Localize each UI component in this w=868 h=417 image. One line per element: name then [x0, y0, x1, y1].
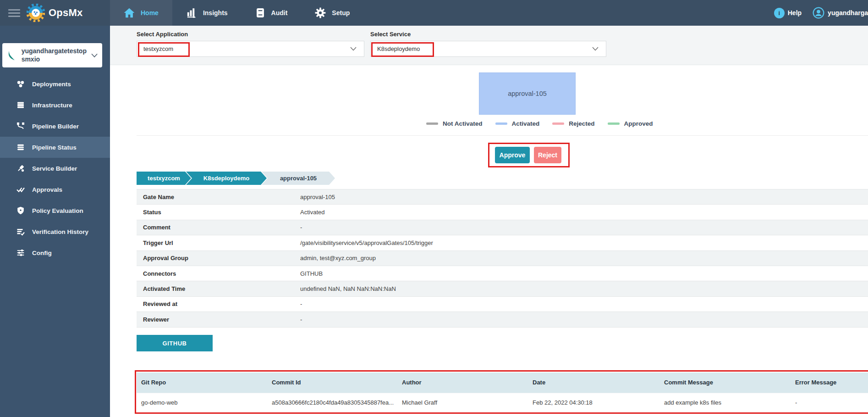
tab-label: Insights	[203, 9, 228, 17]
opsmx-logo: OpsMx	[27, 4, 82, 22]
sidebar-item-label: Service Builder	[32, 165, 77, 172]
legend-swatch	[608, 122, 620, 125]
tab-label: Audit	[271, 9, 288, 17]
table-row: Status Activated	[137, 205, 868, 220]
sidebar-item-label: Pipeline Builder	[32, 123, 79, 130]
table-row: Activated Time undefined NaN, NaN NaN:Na…	[137, 281, 868, 296]
filter-strip: Select Application testxyzcom Select Ser…	[110, 26, 868, 65]
legend-item-approved: Approved	[608, 120, 653, 127]
commit-id-cell: a508a30666fc2180c4fda49a8305345887fea...	[267, 393, 397, 412]
sidebar-item-pipeline-builder[interactable]: Pipeline Builder	[0, 116, 110, 137]
sidebar-item-label: Verification History	[32, 228, 88, 235]
breadcrumb-application[interactable]: testxyzcom	[137, 172, 191, 185]
column-header: Date	[528, 373, 659, 393]
legend-item-not-activated: Not Activated	[426, 120, 483, 127]
sidebar-item-config[interactable]: Config	[0, 242, 110, 263]
sidebar-item-service-builder[interactable]: Service Builder	[0, 158, 110, 179]
table-row: Comment -	[137, 220, 868, 235]
pipeline-status-icon	[16, 143, 25, 151]
legend-swatch	[552, 122, 564, 125]
sidebar-item-infrastructure[interactable]: Infrastructure	[0, 95, 110, 116]
sidebar-item-verification-history[interactable]: Verification History	[0, 221, 110, 242]
sidebar-item-label: Config	[32, 250, 52, 256]
service-select-label: Select Service	[370, 31, 606, 38]
gate-node-approval-105[interactable]: approval-105	[479, 72, 576, 115]
chevron-down-icon	[592, 47, 599, 51]
sidebar-item-label: Approvals	[32, 186, 62, 193]
tab-label: Setup	[332, 9, 350, 17]
legend-swatch	[426, 122, 438, 125]
reject-button[interactable]: Reject	[534, 147, 561, 163]
deployments-icon	[16, 80, 25, 88]
github-connector-tab[interactable]: GITHUB	[137, 335, 213, 351]
top-navbar: OpsMx Home Insights Audit	[0, 0, 868, 26]
date-cell: Feb 22, 2022 04:30:18	[528, 393, 659, 412]
breadcrumb-gate[interactable]: approval-105	[262, 172, 335, 185]
tab-home[interactable]: Home	[110, 0, 172, 26]
gate-details-table: Gate Name approval-105 Status Activated …	[137, 189, 868, 328]
audit-icon	[255, 8, 265, 18]
table-row: Gate Name approval-105	[137, 189, 868, 205]
sidebar-item-label: Deployments	[32, 81, 71, 88]
help-button[interactable]: i Help	[774, 8, 802, 18]
sidebar-item-label: Pipeline Status	[32, 144, 77, 151]
column-header: Error Message	[791, 373, 868, 393]
gate-status-legend: Not Activated Activated Rejected Approve…	[426, 120, 653, 127]
column-header: Commit Id	[267, 373, 397, 393]
user-menu-button[interactable]: yugandharga	[813, 7, 868, 19]
table-row: Trigger Url /gate/visibilityservice/v5/a…	[137, 235, 868, 250]
setup-gear-icon	[315, 7, 326, 18]
account-name: yugandhargatetestop smxio	[22, 47, 87, 63]
legend-item-rejected: Rejected	[552, 120, 594, 127]
approve-button[interactable]: Approve	[495, 147, 530, 163]
verification-history-icon	[16, 228, 25, 236]
application-select-group: Select Application testxyzcom	[137, 31, 364, 65]
chevron-down-icon	[91, 53, 98, 58]
gate-actions: Approve Reject	[495, 147, 561, 163]
column-header: Author	[397, 373, 528, 393]
account-switcher[interactable]: yugandhargatetestop smxio	[2, 43, 102, 67]
tab-insights[interactable]: Insights	[172, 0, 242, 26]
application-select[interactable]: testxyzcom	[137, 41, 364, 57]
chevron-down-icon	[350, 47, 357, 51]
column-header: Commit Message	[659, 373, 791, 393]
pipeline-builder-icon	[16, 122, 25, 130]
commit-message-cell: add example k8s files	[659, 393, 791, 412]
hamburger-menu-button[interactable]	[8, 9, 20, 17]
topbar-right: i Help yugandharga	[774, 0, 868, 26]
service-select-value: K8sdeploydemo	[377, 45, 420, 52]
approvals-double-check-icon	[16, 185, 25, 194]
commit-table: Git Repo Commit Id Author Date Commit Me…	[137, 373, 868, 412]
table-row: Reviewer -	[137, 312, 868, 327]
sidebar-item-approvals[interactable]: Approvals	[0, 179, 110, 200]
breadcrumb: testxyzcom K8sdeploydemo approval-105	[137, 172, 335, 185]
breadcrumb-service[interactable]: K8sdeploydemo	[186, 172, 267, 185]
tab-audit[interactable]: Audit	[242, 0, 302, 26]
error-message-cell: -	[791, 393, 868, 412]
table-row: Approval Group admin, test@xyz.com_group	[137, 251, 868, 266]
sidebar-item-policy-evaluation[interactable]: Policy Evaluation	[0, 200, 110, 221]
sidebar-item-label: Infrastructure	[32, 102, 72, 109]
application-select-value: testxyzcom	[143, 45, 173, 52]
table-row: Reviewed at -	[137, 297, 868, 312]
help-label: Help	[788, 9, 802, 17]
service-select-group: Select Service K8sdeploydemo	[370, 31, 606, 65]
home-icon	[124, 8, 135, 18]
service-select[interactable]: K8sdeploydemo	[370, 41, 606, 57]
tab-setup[interactable]: Setup	[301, 0, 363, 26]
infrastructure-icon	[16, 101, 25, 109]
legend-swatch	[495, 122, 507, 125]
insights-icon	[186, 8, 197, 18]
policy-shield-icon	[16, 206, 25, 215]
sidebar-item-label: Policy Evaluation	[32, 207, 83, 214]
info-icon: i	[774, 8, 785, 18]
pipeline-gates-panel: approval-105 Not Activated Activated Rej…	[137, 65, 868, 136]
git-repo-cell: go-demo-web	[137, 393, 267, 412]
account-logo-icon	[7, 50, 17, 61]
brand-area: OpsMx	[0, 0, 110, 26]
user-name: yugandharga	[828, 9, 868, 17]
sidebar-item-deployments[interactable]: Deployments	[0, 73, 110, 95]
legend-item-activated: Activated	[495, 120, 540, 127]
sidebar-item-pipeline-status[interactable]: Pipeline Status	[0, 137, 110, 158]
table-row: Connectors GITHUB	[137, 266, 868, 281]
